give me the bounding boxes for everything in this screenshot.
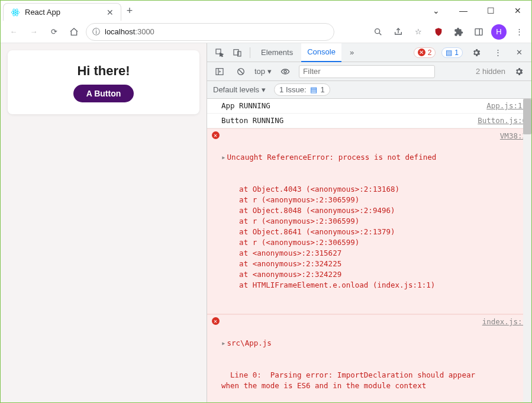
live-expression-icon[interactable] (278, 64, 293, 79)
error-icon: ✕ (212, 131, 220, 139)
log-levels-selector[interactable]: Default levels▾ (213, 85, 266, 94)
workspace: Hi there! A Button Elements Console » ✕2… (1, 43, 531, 402)
inspect-icon[interactable] (212, 45, 227, 60)
info-count: 1 (454, 49, 459, 57)
issues-chip[interactable]: 1 Issue: ▤ 1 (274, 83, 330, 96)
log-row: Button RUNNING Button.js:6 (207, 114, 531, 128)
zoom-icon[interactable] (370, 24, 386, 40)
share-icon[interactable] (391, 24, 406, 40)
log-message: Button RUNNING (221, 115, 473, 126)
browser-menu-icon[interactable]: ⋮ (511, 24, 527, 40)
new-tab-button[interactable]: + (121, 1, 138, 21)
error-row: ✕ ▸Uncaught ReferenceError: process is n… (207, 128, 531, 314)
clear-console-icon[interactable] (233, 64, 249, 79)
error-row: ✕ ▸src\App.js Line 0: Parsing error: Imp… (207, 314, 531, 402)
expand-caret-icon[interactable]: ▸ (221, 338, 226, 347)
page-viewport: Hi there! A Button (1, 43, 207, 402)
url-path: :3000 (135, 27, 154, 36)
nav-forward-icon[interactable]: → (25, 24, 42, 40)
tab-elements[interactable]: Elements (255, 43, 299, 62)
site-info-icon[interactable]: ⓘ (92, 27, 100, 37)
bookmark-icon[interactable]: ☆ (411, 24, 426, 40)
error-message: src\App.js (227, 338, 272, 347)
console-subtoolbar: Default levels▾ 1 Issue: ▤ 1 (207, 81, 531, 99)
nav-home-icon[interactable] (66, 24, 82, 40)
console-settings-icon[interactable] (511, 64, 527, 79)
window-controls: ⌄ — ☐ ✕ (423, 1, 531, 21)
issue-label: 1 Issue: (279, 85, 307, 94)
console-output[interactable]: App RUNNING App.js:11 Button RUNNING But… (207, 99, 531, 402)
info-icon: ▤ (446, 49, 452, 57)
tab-title: React App (25, 8, 60, 17)
app-button[interactable]: A Button (73, 85, 134, 102)
info-count-badge[interactable]: ▤1 (441, 47, 463, 58)
devtools-tabstrip: Elements Console » ✕2 ▤1 ⋮ ✕ (207, 43, 531, 62)
svg-point-4 (375, 28, 380, 33)
device-toggle-icon[interactable] (230, 45, 245, 60)
error-icon: ✕ (418, 49, 425, 56)
nav-back-icon[interactable]: ← (5, 24, 22, 40)
issue-icon: ▤ (310, 85, 317, 94)
svg-rect-6 (475, 28, 482, 35)
expand-caret-icon[interactable]: ▸ (221, 153, 226, 162)
url-host: localhost (105, 27, 135, 36)
svg-line-5 (379, 33, 381, 35)
scrollbar-thumb[interactable] (523, 99, 531, 134)
tab-console[interactable]: Console (301, 43, 341, 62)
browser-titlebar: React App ✕ + ⌄ — ☐ ✕ (1, 1, 531, 21)
hidden-count: 2 hidden (476, 67, 505, 76)
window-close-icon[interactable]: ✕ (504, 1, 531, 21)
log-levels-label: Default levels (213, 85, 259, 94)
app-heading: Hi there! (15, 63, 192, 79)
error-stack: Line 0: Parsing error: ImportDeclaration… (221, 370, 478, 402)
react-favicon (11, 8, 20, 17)
svg-point-0 (15, 11, 17, 13)
address-bar[interactable]: ⓘ localhost:3000 (86, 23, 334, 41)
issue-count: 1 (321, 85, 325, 94)
browser-toolbar: ← → ⟳ ⓘ localhost:3000 ☆ H ⋮ (1, 21, 531, 43)
svg-point-15 (284, 70, 286, 73)
browser-tab[interactable]: React App ✕ (3, 3, 121, 21)
log-row: App RUNNING App.js:11 (207, 99, 531, 114)
error-count-badge[interactable]: ✕2 (414, 47, 436, 58)
devtools-panel: Elements Console » ✕2 ▤1 ⋮ ✕ top▾ (207, 43, 531, 402)
chevron-down-icon: ▾ (262, 85, 266, 94)
log-source-link[interactable]: App.js:11 (482, 101, 527, 111)
devtools-close-icon[interactable]: ✕ (511, 45, 527, 60)
tab-close-icon[interactable]: ✕ (107, 8, 114, 17)
devtools-settings-icon[interactable] (469, 45, 484, 60)
chevron-down-icon: ▾ (267, 67, 272, 76)
log-message: App RUNNING (221, 101, 482, 111)
scrollbar-track[interactable] (523, 99, 531, 402)
devtools-menu-icon[interactable]: ⋮ (490, 45, 505, 60)
error-message: Uncaught ReferenceError: process is not … (227, 153, 437, 162)
tab-overflow-icon[interactable]: » (344, 43, 360, 62)
ublock-icon[interactable] (431, 24, 446, 40)
filter-input[interactable] (299, 65, 435, 78)
svg-rect-11 (216, 68, 223, 75)
console-toolbar: top▾ 2 hidden (207, 62, 531, 81)
error-source-link[interactable]: VM38:2 (495, 131, 527, 312)
side-panel-icon[interactable] (471, 24, 486, 40)
context-label: top (254, 67, 265, 76)
error-stack: at Object.4043 (<anonymous>:2:13168) at … (221, 184, 495, 291)
error-source-link[interactable]: index.js:1 (478, 317, 527, 402)
extensions-icon[interactable] (451, 24, 466, 40)
app-card: Hi there! A Button (8, 50, 199, 114)
error-count: 2 (428, 49, 432, 57)
console-sidebar-icon[interactable] (212, 64, 227, 79)
profile-avatar[interactable]: H (491, 24, 507, 40)
error-icon: ✕ (212, 317, 220, 325)
window-minimize-icon[interactable]: — (450, 1, 477, 21)
nav-reload-icon[interactable]: ⟳ (46, 24, 62, 40)
log-source-link[interactable]: Button.js:6 (473, 115, 527, 126)
window-dropdown-icon[interactable]: ⌄ (423, 1, 450, 21)
svg-line-14 (238, 69, 243, 74)
context-selector[interactable]: top▾ (254, 67, 272, 76)
window-maximize-icon[interactable]: ☐ (477, 1, 504, 21)
